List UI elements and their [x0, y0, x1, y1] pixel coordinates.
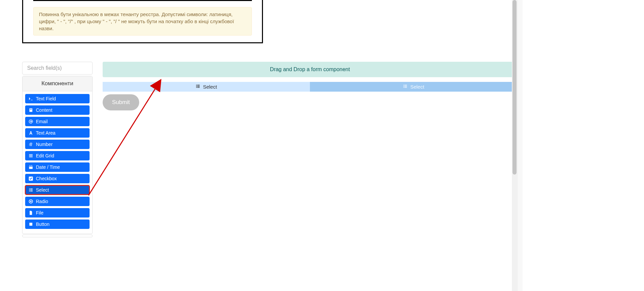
svg-rect-21 — [197, 85, 200, 86]
calendar-icon — [29, 165, 33, 169]
component-label: Text Area — [36, 130, 55, 136]
component-label: Date / Time — [36, 164, 60, 170]
placed-component-label: Select — [203, 84, 217, 90]
canvas-drop-row[interactable]: Select Select — [103, 82, 517, 92]
svg-rect-13 — [29, 190, 30, 190]
svg-rect-22 — [196, 86, 197, 87]
svg-rect-2 — [30, 109, 32, 110]
form-builder: Компоненти Text Field Content — [22, 62, 517, 237]
component-label: Button — [36, 222, 49, 227]
list-icon — [403, 84, 408, 90]
svg-point-18 — [30, 201, 32, 202]
component-label: Checkbox — [36, 176, 57, 181]
stop-icon — [29, 222, 33, 227]
submit-button[interactable]: Submit — [103, 94, 139, 110]
svg-rect-27 — [405, 85, 407, 86]
form-info-panel: Повинна бути унікальною в межах тенанту … — [22, 0, 263, 43]
svg-rect-24 — [196, 87, 197, 88]
terminal-icon — [29, 96, 33, 101]
component-email[interactable]: Email — [25, 117, 90, 126]
file-icon — [29, 210, 33, 215]
outer-scrollbar-gutter — [517, 0, 523, 291]
component-datetime[interactable]: Date / Time — [25, 162, 90, 172]
hash-icon — [29, 142, 33, 147]
inner-scrollbar-thumb[interactable] — [513, 0, 517, 175]
ghost-component-select: Select — [310, 82, 517, 92]
list-icon — [29, 188, 33, 192]
components-group-title[interactable]: Компоненти — [22, 76, 92, 91]
component-label: Edit Grid — [36, 153, 54, 158]
search-fields-box — [22, 62, 93, 75]
svg-rect-14 — [30, 190, 33, 190]
component-file[interactable]: File — [25, 208, 90, 217]
components-list: Text Field Content Email — [22, 91, 92, 234]
component-label: Email — [36, 119, 48, 124]
svg-rect-25 — [197, 87, 200, 88]
svg-rect-30 — [404, 87, 405, 88]
placed-component-select[interactable]: Select — [103, 82, 310, 92]
svg-rect-20 — [196, 85, 197, 86]
check-icon — [29, 176, 33, 181]
grid-icon — [29, 153, 33, 158]
components-group: Компоненти Text Field Content — [22, 76, 93, 234]
svg-rect-8 — [30, 165, 31, 166]
component-label: Text Field — [36, 96, 56, 101]
svg-rect-16 — [30, 191, 33, 192]
svg-rect-28 — [404, 86, 405, 87]
svg-rect-19 — [30, 223, 33, 226]
svg-rect-31 — [405, 87, 407, 88]
sidebar-next-group-peek — [22, 235, 93, 237]
svg-rect-4 — [29, 155, 33, 156]
component-text-area[interactable]: Text Area — [25, 128, 90, 138]
component-label: Content — [36, 107, 52, 113]
dropzone-hint[interactable]: Drag and Drop a form component — [103, 62, 517, 77]
doc-icon — [29, 108, 33, 112]
font-icon — [29, 131, 33, 135]
svg-rect-29 — [405, 86, 407, 87]
svg-rect-11 — [29, 189, 30, 189]
component-content[interactable]: Content — [25, 105, 90, 115]
inner-scrollbar[interactable] — [512, 0, 517, 291]
svg-rect-7 — [29, 166, 33, 167]
list-icon — [196, 84, 200, 90]
svg-rect-12 — [30, 189, 33, 189]
component-label: Radio — [36, 199, 48, 204]
component-edit-grid[interactable]: Edit Grid — [25, 151, 90, 160]
component-checkbox[interactable]: Checkbox — [25, 174, 90, 183]
component-number[interactable]: Number — [25, 140, 90, 149]
component-label: Select — [36, 187, 49, 193]
search-input[interactable] — [26, 65, 88, 71]
svg-rect-9 — [32, 165, 32, 166]
svg-rect-0 — [30, 108, 33, 112]
component-button[interactable]: Button — [25, 220, 90, 229]
dot-icon — [29, 199, 33, 204]
svg-rect-15 — [29, 191, 30, 192]
ghost-component-label: Select — [410, 84, 424, 90]
svg-rect-3 — [29, 154, 33, 155]
divider — [33, 0, 252, 1]
svg-rect-5 — [29, 157, 33, 157]
component-label: File — [36, 210, 44, 215]
svg-rect-26 — [404, 85, 405, 86]
svg-rect-1 — [30, 109, 32, 109]
component-text-field[interactable]: Text Field — [25, 94, 90, 103]
svg-rect-23 — [197, 86, 200, 87]
info-message: Повинна бути унікальною в межах тенанту … — [33, 7, 252, 36]
component-select[interactable]: Select — [25, 185, 90, 195]
form-canvas: Drag and Drop a form component Select Se… — [103, 62, 517, 237]
component-label: Number — [36, 142, 53, 147]
component-radio[interactable]: Radio — [25, 197, 90, 206]
at-icon — [29, 119, 33, 124]
component-sidebar: Компоненти Text Field Content — [22, 62, 93, 237]
